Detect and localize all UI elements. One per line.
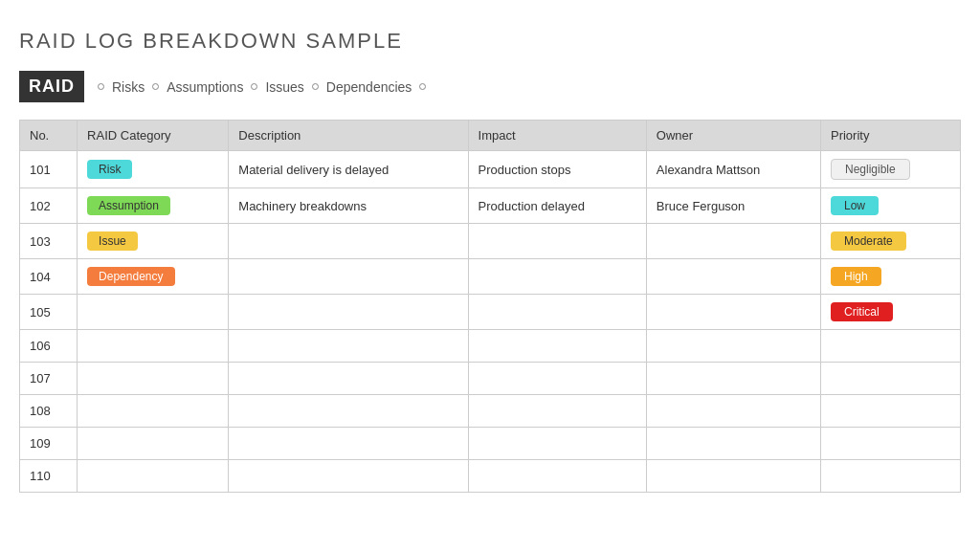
cell-no: 108 xyxy=(20,395,78,428)
cell-category: Dependency xyxy=(78,259,229,295)
cell-no: 103 xyxy=(20,224,78,259)
raid-table: No. RAID Category Description Impact Own… xyxy=(19,120,961,493)
cell-category: Risk xyxy=(78,151,229,188)
priority-badge: Negligible xyxy=(831,159,910,180)
category-badge: Risk xyxy=(87,160,132,179)
cell-impact xyxy=(468,224,646,259)
cell-priority: Critical xyxy=(820,295,960,330)
cell-priority: Negligible xyxy=(820,151,960,188)
cell-priority xyxy=(820,395,960,428)
cell-no: 101 xyxy=(20,151,78,188)
priority-badge: Moderate xyxy=(831,231,906,251)
cell-priority: High xyxy=(820,259,960,295)
category-badge: Issue xyxy=(87,231,138,251)
raid-logo: RAID xyxy=(19,71,84,102)
nav-dot-3 xyxy=(251,83,257,90)
table-row: 102AssumptionMachinery breakdownsProduct… xyxy=(20,188,961,224)
cell-owner xyxy=(646,295,820,330)
cell-owner xyxy=(646,330,820,363)
cell-owner xyxy=(646,395,820,428)
category-badge: Dependency xyxy=(87,267,174,286)
cell-owner xyxy=(646,259,820,295)
cell-impact: Production stops xyxy=(468,151,646,188)
nav-item-issues[interactable]: Issues xyxy=(265,79,303,95)
cell-category xyxy=(78,460,229,493)
table-row: 104DependencyHigh xyxy=(20,259,961,295)
cell-category xyxy=(78,395,229,428)
raid-nav: Risks Assumptions Issues Dependencies xyxy=(94,79,430,95)
cell-description xyxy=(229,428,468,460)
cell-description xyxy=(229,259,468,295)
cell-description xyxy=(229,330,468,363)
nav-dot-4 xyxy=(312,83,319,90)
page-title: RAID LOG BREAKDOWN SAMPLE xyxy=(19,29,961,54)
cell-impact xyxy=(468,330,646,363)
table-row: 110 xyxy=(20,460,961,493)
table-row: 108 xyxy=(20,395,961,428)
cell-category: Issue xyxy=(78,224,229,259)
cell-impact xyxy=(468,460,646,493)
priority-badge: High xyxy=(831,267,881,286)
table-row: 101RiskMaterial delivery is delayedProdu… xyxy=(20,151,961,188)
raid-header: RAID Risks Assumptions Issues Dependenci… xyxy=(19,71,961,102)
cell-no: 107 xyxy=(20,363,78,395)
table-row: 107 xyxy=(20,363,961,395)
cell-impact xyxy=(468,295,646,330)
cell-description xyxy=(229,395,468,428)
table-header-row: No. RAID Category Description Impact Own… xyxy=(20,121,961,151)
cell-description xyxy=(229,295,468,330)
priority-badge: Low xyxy=(831,196,879,215)
cell-impact xyxy=(468,363,646,395)
cell-description xyxy=(229,363,468,395)
cell-priority: Low xyxy=(820,188,960,224)
col-priority: Priority xyxy=(820,121,960,151)
col-owner: Owner xyxy=(646,121,820,151)
table-row: 109 xyxy=(20,428,961,460)
cell-owner: Alexandra Mattson xyxy=(646,151,820,188)
cell-no: 106 xyxy=(20,330,78,363)
nav-dot-5 xyxy=(419,83,426,90)
cell-impact xyxy=(468,395,646,428)
cell-category xyxy=(78,363,229,395)
table-row: 106 xyxy=(20,330,961,363)
cell-description xyxy=(229,460,468,493)
cell-no: 104 xyxy=(20,259,78,295)
nav-item-risks[interactable]: Risks xyxy=(112,79,145,95)
col-description: Description xyxy=(229,121,468,151)
cell-no: 102 xyxy=(20,188,78,224)
cell-no: 109 xyxy=(20,428,78,460)
cell-description: Material delivery is delayed xyxy=(229,151,468,188)
cell-impact xyxy=(468,259,646,295)
cell-impact: Production delayed xyxy=(468,188,646,224)
cell-priority xyxy=(820,460,960,493)
cell-owner xyxy=(646,224,820,259)
cell-category xyxy=(78,330,229,363)
cell-category xyxy=(78,428,229,460)
col-no: No. xyxy=(20,121,78,151)
cell-owner xyxy=(646,363,820,395)
cell-owner: Bruce Ferguson xyxy=(646,188,820,224)
nav-dot-2 xyxy=(152,83,159,90)
table-row: 105Critical xyxy=(20,295,961,330)
cell-no: 105 xyxy=(20,295,78,330)
cell-no: 110 xyxy=(20,460,78,493)
cell-impact xyxy=(468,428,646,460)
cell-priority: Moderate xyxy=(820,224,960,259)
cell-priority xyxy=(820,363,960,395)
cell-category: Assumption xyxy=(78,188,229,224)
cell-description: Machinery breakdowns xyxy=(229,188,468,224)
col-impact: Impact xyxy=(468,121,646,151)
cell-owner xyxy=(646,428,820,460)
nav-dot-1 xyxy=(98,83,104,90)
col-category: RAID Category xyxy=(78,121,229,151)
cell-owner xyxy=(646,460,820,493)
table-row: 103IssueModerate xyxy=(20,224,961,259)
nav-item-assumptions[interactable]: Assumptions xyxy=(167,79,243,95)
priority-badge: Critical xyxy=(831,302,893,321)
nav-item-dependencies[interactable]: Dependencies xyxy=(326,79,412,95)
cell-description xyxy=(229,224,468,259)
cell-priority xyxy=(820,428,960,460)
cell-priority xyxy=(820,330,960,363)
cell-category xyxy=(78,295,229,330)
category-badge: Assumption xyxy=(87,196,170,215)
